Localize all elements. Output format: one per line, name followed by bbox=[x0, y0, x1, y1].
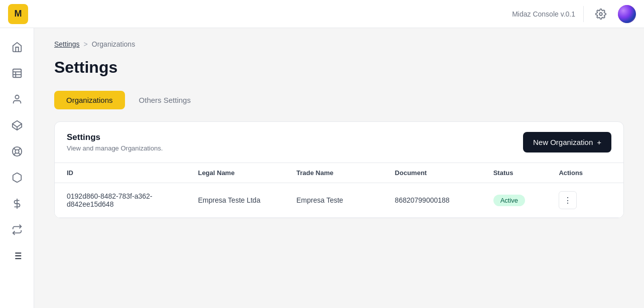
page-title: Settings bbox=[54, 58, 624, 77]
breadcrumb-separator: > bbox=[84, 40, 88, 48]
breadcrumb: Settings > Organizations bbox=[54, 40, 624, 48]
sidebar-item-home[interactable] bbox=[6, 36, 28, 58]
sidebar-item-ledger[interactable] bbox=[6, 62, 28, 84]
cell-id: 0192d860-8482-783f-a362-d842ee15d648 bbox=[67, 192, 198, 208]
gear-icon[interactable] bbox=[592, 5, 610, 23]
sidebar-item-support[interactable] bbox=[6, 140, 28, 163]
app-logo[interactable]: M bbox=[8, 4, 28, 24]
settings-card-header: Settings View and manage Organizations. … bbox=[55, 122, 623, 163]
svg-line-13 bbox=[14, 153, 16, 155]
cell-trade-name: Empresa Teste bbox=[297, 196, 395, 204]
svg-line-10 bbox=[14, 148, 16, 150]
status-badge: Active bbox=[493, 195, 525, 206]
col-status: Status bbox=[493, 169, 559, 177]
cell-actions: ⋮ bbox=[559, 191, 611, 209]
svg-line-11 bbox=[18, 153, 20, 155]
cell-status: Active bbox=[493, 195, 559, 206]
tabs-container: Organizations Others Settings bbox=[54, 91, 624, 109]
col-id: ID bbox=[67, 169, 198, 177]
sidebar-item-users[interactable] bbox=[6, 88, 28, 110]
sidebar-item-packages[interactable] bbox=[6, 167, 28, 189]
sidebar bbox=[0, 28, 34, 308]
col-legal-name: Legal Name bbox=[198, 169, 296, 177]
tab-organizations[interactable]: Organizations bbox=[54, 91, 125, 109]
sidebar-item-transfers[interactable] bbox=[6, 219, 28, 241]
settings-card-title: Settings bbox=[67, 132, 163, 142]
new-org-plus-icon: + bbox=[597, 138, 601, 146]
settings-card-description: View and manage Organizations. bbox=[67, 144, 163, 152]
main-content: Settings > Organizations Settings Organi… bbox=[34, 28, 644, 308]
sidebar-item-reports[interactable] bbox=[6, 245, 28, 267]
svg-point-0 bbox=[599, 13, 602, 16]
breadcrumb-settings-link[interactable]: Settings bbox=[54, 40, 80, 48]
sidebar-item-products[interactable] bbox=[6, 114, 28, 136]
svg-point-9 bbox=[15, 149, 19, 153]
settings-card-info: Settings View and manage Organizations. bbox=[67, 132, 163, 152]
topbar-divider bbox=[583, 6, 584, 22]
cell-legal-name: Empresa Teste Ltda bbox=[198, 196, 296, 204]
svg-point-5 bbox=[15, 95, 19, 99]
table-header: ID Legal Name Trade Name Document Status… bbox=[55, 163, 623, 183]
settings-card: Settings View and manage Organizations. … bbox=[54, 121, 624, 218]
console-title: Midaz Console v.0.1 bbox=[512, 10, 575, 18]
tab-others-settings[interactable]: Others Settings bbox=[127, 91, 203, 109]
col-actions: Actions bbox=[559, 169, 611, 177]
col-document: Document bbox=[395, 169, 493, 177]
svg-line-12 bbox=[18, 148, 20, 150]
svg-rect-1 bbox=[13, 69, 21, 78]
row-actions-button[interactable]: ⋮ bbox=[559, 191, 577, 209]
breadcrumb-current: Organizations bbox=[92, 40, 135, 48]
table-row: 0192d860-8482-783f-a362-d842ee15d648 Emp… bbox=[55, 183, 623, 218]
user-avatar[interactable] bbox=[618, 5, 636, 23]
cell-document: 86820799000188 bbox=[395, 196, 493, 204]
topbar: M Midaz Console v.0.1 bbox=[0, 0, 644, 28]
sidebar-item-finance[interactable] bbox=[6, 193, 28, 215]
topbar-right: Midaz Console v.0.1 bbox=[512, 5, 636, 23]
col-trade-name: Trade Name bbox=[297, 169, 395, 177]
new-org-label: New Organization bbox=[533, 138, 593, 146]
organizations-table: ID Legal Name Trade Name Document Status… bbox=[55, 163, 623, 218]
new-organization-button[interactable]: New Organization + bbox=[523, 132, 611, 152]
